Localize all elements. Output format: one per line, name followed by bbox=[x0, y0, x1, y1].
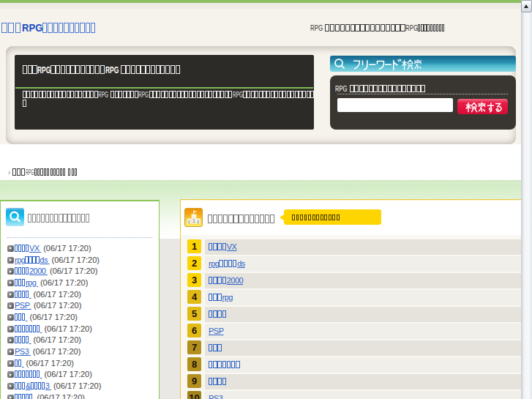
svg-text:2: 2 bbox=[188, 220, 190, 224]
svg-text:3: 3 bbox=[197, 220, 199, 224]
svg-text:1: 1 bbox=[192, 218, 195, 223]
